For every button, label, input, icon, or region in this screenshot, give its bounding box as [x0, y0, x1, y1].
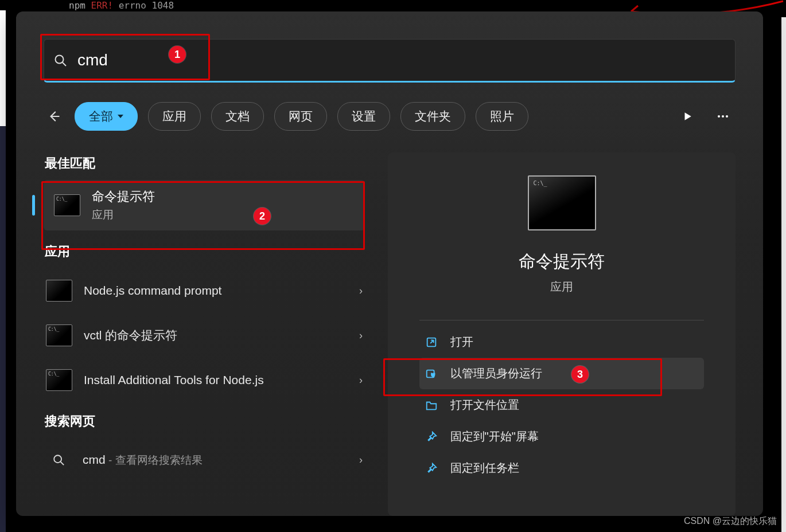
selection-accent [32, 195, 35, 216]
section-best-match: 最佳匹配 [45, 155, 365, 172]
result-label: Install Additional Tools for Node.js [84, 372, 348, 388]
preview-title: 命令提示符 [519, 250, 605, 273]
preview-column: 命令提示符 应用 打开 以管理员身份运行 打开文件位置 固定到"开 [388, 152, 736, 516]
filter-chip-web[interactable]: 网页 [274, 102, 327, 131]
term-npm: npm [69, 0, 85, 11]
action-label: 以管理员身份运行 [450, 366, 542, 381]
preview-app-icon [528, 175, 596, 230]
folder-icon [425, 399, 438, 412]
left-white-strip [0, 0, 6, 532]
best-subtitle: 应用 [92, 208, 155, 222]
filter-row: 全部 应用 文档 网页 设置 文件夹 照片 [44, 102, 736, 131]
action-label: 固定到任务栏 [450, 460, 519, 476]
action-run-as-admin[interactable]: 以管理员身份运行 [419, 358, 705, 389]
search-box[interactable] [44, 39, 736, 83]
back-button[interactable] [44, 106, 64, 127]
best-title: 命令提示符 [92, 188, 155, 205]
watermark: CSDN @云边的快乐猫 [684, 515, 777, 527]
action-open[interactable]: 打开 [419, 326, 705, 358]
app-thumb-icon [46, 369, 72, 391]
svg-line-1 [63, 62, 66, 66]
app-thumb-icon [46, 280, 72, 302]
section-web: 搜索网页 [45, 413, 365, 430]
filter-chip-photos[interactable]: 照片 [476, 102, 528, 131]
back-arrow-icon [46, 109, 61, 124]
app-result-vctl-cmd[interactable]: vctl 的命令提示符 › [44, 313, 365, 358]
action-label: 打开 [450, 334, 473, 350]
filter-chip-docs[interactable]: 文档 [211, 102, 264, 131]
chip-label: 全部 [89, 108, 113, 124]
preview-subtitle: 应用 [550, 279, 573, 295]
more-button[interactable] [710, 104, 736, 129]
app-result-install-tools[interactable]: Install Additional Tools for Node.js › [44, 358, 365, 402]
web-result-cmd[interactable]: cmd - 查看网络搜索结果 › [44, 438, 365, 482]
action-label: 固定到"开始"屏幕 [450, 429, 539, 444]
web-term: cmd [83, 453, 106, 466]
web-suffix: - 查看网络搜索结果 [106, 454, 203, 466]
term-err: ERR! [91, 0, 114, 11]
more-icon [716, 109, 730, 123]
right-white-strip [781, 17, 786, 532]
term-rest: errno 1048 [119, 0, 174, 11]
play-button[interactable] [675, 104, 700, 129]
result-label: Node.js command prompt [84, 283, 348, 299]
chevron-right-icon: › [359, 454, 363, 466]
search-icon [53, 53, 67, 67]
best-match-item[interactable]: 命令提示符 应用 [44, 180, 365, 230]
action-pin-taskbar[interactable]: 固定到任务栏 [419, 452, 705, 484]
result-label: cmd - 查看网络搜索结果 [83, 452, 348, 468]
pin-icon [425, 462, 438, 475]
cmd-thumb-icon [54, 194, 80, 216]
chevron-right-icon: › [359, 330, 363, 342]
page: npm ERR! errno 1048 全部 [0, 0, 786, 532]
chip-label: 文档 [225, 108, 250, 124]
search-input[interactable] [76, 50, 726, 70]
admin-shield-icon [425, 367, 438, 380]
pin-icon [425, 431, 438, 443]
filter-chip-folders[interactable]: 文件夹 [400, 102, 465, 131]
open-icon [425, 336, 438, 349]
preview-actions: 打开 以管理员身份运行 打开文件位置 固定到"开始"屏幕 固定到任务栏 [419, 326, 705, 484]
svg-point-3 [722, 115, 724, 118]
action-label: 打开文件位置 [450, 397, 519, 413]
terminal-output: npm ERR! errno 1048 [0, 0, 786, 10]
results-column: 最佳匹配 命令提示符 应用 应用 Node.js command prompt … [44, 155, 365, 482]
start-search-panel: 全部 应用 文档 网页 设置 文件夹 照片 最佳匹配 [16, 11, 763, 516]
filter-chip-all[interactable]: 全部 [75, 102, 138, 131]
chevron-right-icon: › [359, 374, 363, 386]
app-result-nodejs-cmd[interactable]: Node.js command prompt › [44, 268, 365, 313]
filter-chip-settings[interactable]: 设置 [337, 102, 390, 131]
chip-label: 应用 [162, 108, 186, 124]
app-thumb-icon [46, 324, 72, 346]
chip-label: 设置 [352, 108, 376, 124]
search-icon [46, 449, 71, 470]
chip-label: 文件夹 [415, 108, 451, 124]
chevron-right-icon: › [359, 285, 363, 297]
section-apps: 应用 [45, 243, 365, 260]
chip-label: 照片 [490, 108, 514, 124]
action-open-file-location[interactable]: 打开文件位置 [419, 389, 705, 421]
svg-point-4 [726, 115, 728, 118]
filter-chip-apps[interactable]: 应用 [148, 102, 201, 131]
svg-point-5 [54, 455, 61, 463]
divider [419, 320, 705, 320]
svg-point-2 [718, 115, 720, 118]
play-icon [682, 111, 692, 122]
svg-point-0 [56, 56, 64, 64]
result-label: vctl 的命令提示符 [84, 327, 348, 343]
chip-label: 网页 [289, 108, 313, 124]
action-pin-start[interactable]: 固定到"开始"屏幕 [419, 421, 705, 452]
chevron-down-icon [118, 115, 123, 118]
svg-line-6 [61, 462, 64, 466]
